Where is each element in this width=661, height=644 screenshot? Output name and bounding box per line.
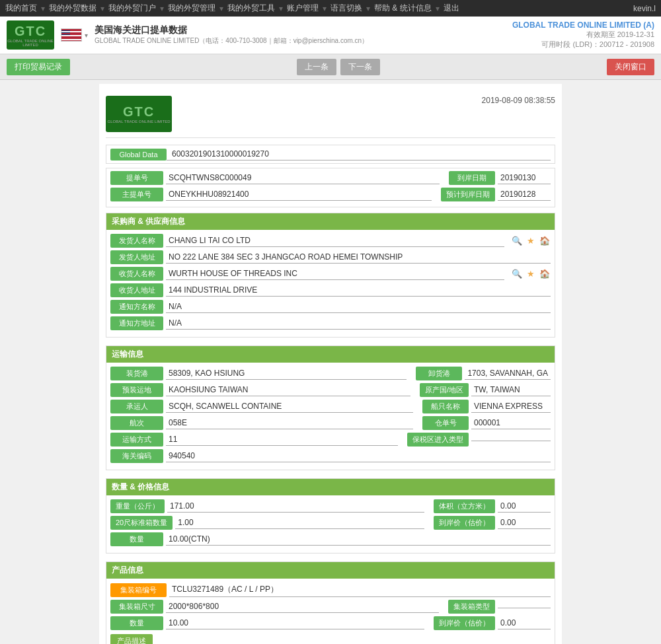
master-bill-row: 主提单号 ONEYKHHU08921400 预计到岸日期 20190128 [110, 188, 551, 201]
search-icon[interactable]: 🔍 [511, 235, 523, 247]
consignee-home-icon[interactable]: 🏠 [539, 268, 551, 280]
notify-name-value: N/A [166, 301, 551, 313]
ports-row: 装货港 58309, KAO HSIUNG 卸货港 1703, SAVANNAH… [110, 367, 551, 380]
nav-item-4[interactable]: 我的外贸工具 [227, 3, 275, 14]
warehouse-value: 000001 [471, 417, 551, 429]
bonded-label: 保税区进入类型 [407, 433, 469, 447]
arrival-date-value: 20190130 [498, 172, 551, 184]
shipper-row: 发货人名称 CHANG LI TAI CO LTD 🔍 ★ 🏠 [110, 234, 551, 248]
transport-row: 运输方式 11 保税区进入类型 [110, 433, 551, 447]
expire-date: 有效期至 2019-12-31 [512, 30, 654, 40]
shipper-address-label: 发货人地址 [110, 250, 163, 264]
us-flag [61, 28, 82, 42]
ldr-info: 可用时段 (LDR)：200712 - 201908 [512, 40, 654, 50]
master-bill-value: ONEYKHHU08921400 [166, 188, 432, 201]
nav-links: 我的首页 ▾ 我的外贸数据 ▾ 我的外贸门户 ▾ 我的外贸管理 ▾ 我的外贸工具… [5, 3, 459, 14]
nav-item-2[interactable]: 我的外贸门户 [108, 3, 156, 14]
bonded-value [471, 438, 551, 441]
container-size-value: 2000*806*800 [166, 600, 439, 613]
shipper-value: CHANG LI TAI CO LTD [166, 234, 504, 247]
buyer-supplier-body: 发货人名称 CHANG LI TAI CO LTD 🔍 ★ 🏠 发货人地址 NO… [106, 230, 555, 337]
container-id-row: 集装箱编号 TCLU3271489（AC / L / PP） [110, 583, 551, 597]
bill-number-row: 提单号 SCQHTWNS8C000049 到岸日期 20190130 [110, 171, 551, 185]
consignee-label: 收货人名称 [110, 267, 163, 281]
loading-place-value: KAOHSIUNG TAIWAN [166, 384, 410, 396]
container20-row: 20尺标准箱数量 1.00 到岸价（估价） 0.00 [110, 516, 551, 530]
nav-item-5[interactable]: 账户管理 [287, 3, 319, 14]
bill-number-value: SCQHTWNS8C000049 [166, 172, 440, 184]
volume-label: 体积（立方米） [434, 499, 495, 513]
voyage-row: 航次 058E 仓单号 000001 [110, 416, 551, 430]
quantity-row: 数量 10.00(CTN) [110, 532, 551, 546]
notify-address-row: 通知方地址 N/A [110, 316, 551, 330]
container-id-label: 集装箱编号 [110, 583, 167, 597]
consignee-star-icon[interactable]: ★ [525, 268, 537, 280]
consignee-address-label: 收货人地址 [110, 283, 163, 297]
prev-button[interactable]: 上一条 [297, 59, 336, 75]
carrier-value: SCQH, SCANWELL CONTAINE [166, 400, 413, 413]
quantity-header: 数量 & 价格信息 [106, 479, 555, 495]
bill-number-label: 提单号 [110, 171, 163, 185]
customs-row: 海关编码 940540 [110, 449, 551, 463]
discharge-port-value: 1703, SAVANNAH, GA [465, 367, 551, 380]
consignee-address-value: 144 INDUSTRIAL DRIVE [166, 284, 551, 297]
home-icon[interactable]: 🏠 [539, 235, 551, 247]
container-size-row: 集装箱尺寸 2000*806*800 集装箱类型 [110, 600, 551, 614]
volume-value: 0.00 [498, 500, 551, 513]
product-header: 产品信息 [106, 562, 555, 579]
nav-item-7[interactable]: 帮助 & 统计信息 [374, 3, 432, 14]
container20-value: 1.00 [175, 517, 424, 529]
nav-logout[interactable]: 退出 [444, 3, 459, 14]
master-bill-label: 主提单号 [110, 188, 163, 201]
arrival-date-label: 到岸日期 [449, 171, 495, 185]
main-content: GTC GLOBAL TRADE ONLINE LIMITED 2019-08-… [99, 84, 562, 644]
shipper-label: 发货人名称 [110, 234, 163, 248]
origin-value: TW, TAIWAN [471, 384, 551, 396]
notify-name-label: 通知方名称 [110, 300, 163, 314]
user-name: kevin.l [633, 4, 656, 13]
print-button[interactable]: 打印贸易记录 [7, 59, 70, 75]
loading-port-value: 58309, KAO HSIUNG [166, 367, 407, 380]
nav-item-3[interactable]: 我的外贸管理 [168, 3, 215, 14]
carrier-label: 承运人 [110, 400, 163, 413]
close-button[interactable]: 关闭窗口 [607, 59, 654, 75]
weight-row: 重量（公斤） 171.00 体积（立方米） 0.00 [110, 499, 551, 513]
container-type-value [498, 605, 551, 608]
buyer-supplier-header: 采购商 & 供应商信息 [106, 213, 555, 230]
product-desc-container: 产品描述 BRASS FITTINGS [110, 634, 551, 644]
consignee-search-icon[interactable]: 🔍 [511, 268, 523, 280]
nav-item-1[interactable]: 我的外贸数据 [49, 3, 97, 14]
customs-label: 海关编码 [110, 449, 163, 463]
discharge-port-label: 卸货港 [416, 367, 462, 380]
shipping-header: 运输信息 [106, 346, 555, 363]
product-price-label: 到岸价（估价） [434, 616, 495, 630]
quantity-label: 数量 [110, 532, 163, 546]
consignee-address-row: 收货人地址 144 INDUSTRIAL DRIVE [110, 283, 551, 297]
shipper-icons: 🔍 ★ 🏠 [511, 235, 551, 247]
shipping-body: 装货港 58309, KAO HSIUNG 卸货港 1703, SAVANNAH… [106, 363, 555, 470]
top-navigation: 我的首页 ▾ 我的外贸数据 ▾ 我的外贸门户 ▾ 我的外贸管理 ▾ 我的外贸工具… [0, 0, 661, 17]
page-wrapper: GTC GLOBAL TRADE ONLINE LIMITED 2019-08-… [0, 80, 661, 644]
arrival-price-value: 0.00 [498, 517, 551, 529]
notify-name-row: 通知方名称 N/A [110, 300, 551, 314]
nav-home[interactable]: 我的首页 [5, 3, 37, 14]
product-quantity-value: 10.00 [166, 617, 424, 629]
arrival-price-label: 到岸价（估价） [434, 516, 495, 530]
page-subtitle: GLOBAL TRADE ONLINE LIMITED（电话：400-710-3… [95, 36, 368, 46]
brand-label: GLOBAL TRADE ONLINE LIMITED (A) [512, 20, 654, 30]
page-title-area: 美国海关进口提单数据 GLOBAL TRADE ONLINE LIMITED（电… [95, 24, 368, 46]
loading-port-label: 装货港 [110, 367, 163, 380]
weight-value: 171.00 [167, 500, 424, 513]
next-button[interactable]: 下一条 [340, 59, 380, 75]
estimated-date-value: 20190128 [498, 188, 551, 201]
nav-item-6[interactable]: 语言切换 [330, 3, 362, 14]
product-price-value: 0.00 [498, 617, 551, 629]
quantity-section: 数量 & 价格信息 重量（公斤） 171.00 体积（立方米） 0.00 20尺… [106, 478, 555, 554]
buyer-supplier-section: 采购商 & 供应商信息 发货人名称 CHANG LI TAI CO LTD 🔍 … [106, 213, 555, 338]
transport-value: 11 [166, 433, 398, 446]
warehouse-label: 仓单号 [422, 416, 469, 430]
star-icon[interactable]: ★ [525, 235, 537, 247]
consignee-icons: 🔍 ★ 🏠 [511, 268, 551, 280]
container20-label: 20尺标准箱数量 [110, 516, 173, 530]
header-info: GLOBAL TRADE ONLINE LIMITED (A) 有效期至 201… [512, 20, 654, 50]
